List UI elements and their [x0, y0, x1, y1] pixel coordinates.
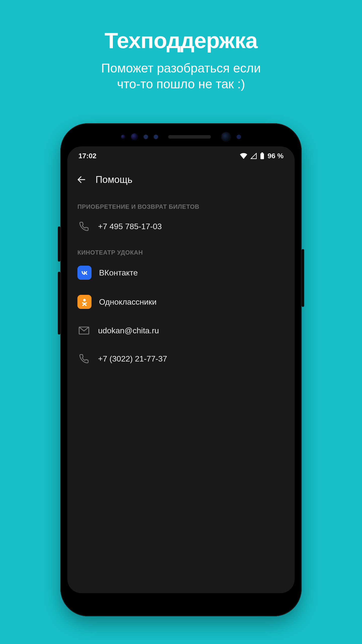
phone-row[interactable]: +7 (3022) 21-77-37	[77, 345, 285, 373]
phone-frame: 17:02 96 % Помощь	[60, 123, 302, 616]
phone-icon	[77, 352, 90, 365]
phone-side-button	[58, 226, 60, 262]
status-indicators: 96 %	[240, 152, 284, 160]
row-label: Одноклассники	[99, 297, 157, 307]
phone-top-hardware	[60, 132, 302, 142]
promo-title: Техподдержка	[0, 28, 362, 53]
page-title: Помощь	[96, 174, 132, 185]
row-label: +7 495 785-17-03	[98, 222, 162, 231]
section-cinema: КИНОТЕАТР УДОКАН ВКонтакте Одноклассники…	[67, 240, 295, 373]
phone-row[interactable]: +7 495 785-17-03	[77, 212, 285, 240]
section-label: ПРИОБРЕТЕНИЕ И ВОЗВРАТ БИЛЕТОВ	[77, 203, 285, 210]
promo-header: Техподдержка Поможет разобраться если чт…	[0, 28, 362, 92]
ok-row[interactable]: Одноклассники	[77, 287, 285, 316]
svg-rect-0	[261, 152, 263, 153]
section-tickets: ПРИОБРЕТЕНИЕ И ВОЗВРАТ БИЛЕТОВ +7 495 78…	[67, 195, 295, 240]
back-button[interactable]	[74, 173, 88, 187]
row-label: +7 (3022) 21-77-37	[98, 354, 167, 364]
status-time: 17:02	[78, 152, 97, 160]
battery-text: 96 %	[267, 152, 284, 160]
svg-point-3	[83, 299, 86, 301]
arrow-left-icon	[76, 175, 86, 185]
vk-icon	[77, 266, 92, 280]
email-row[interactable]: udokan@chita.ru	[77, 316, 285, 345]
promo-subtitle: Поможет разобраться если что-то пошло не…	[0, 60, 362, 92]
battery-icon	[260, 152, 264, 159]
status-bar: 17:02 96 %	[67, 146, 295, 166]
section-label: КИНОТЕАТР УДОКАН	[77, 249, 285, 256]
wifi-icon	[240, 153, 247, 159]
email-icon	[77, 324, 90, 337]
phone-side-button	[302, 249, 304, 307]
promo-subtitle-line1: Поможет разобраться если	[101, 61, 261, 75]
cellular-icon	[250, 153, 257, 159]
vk-row[interactable]: ВКонтакте	[77, 258, 285, 287]
app-header: Помощь	[67, 166, 295, 195]
row-label: udokan@chita.ru	[98, 326, 159, 335]
svg-rect-1	[260, 153, 264, 159]
phone-side-button	[58, 272, 60, 335]
row-label: ВКонтакте	[99, 268, 138, 277]
phone-icon	[77, 220, 90, 233]
ok-icon	[77, 295, 92, 309]
phone-screen: 17:02 96 % Помощь	[67, 146, 295, 593]
promo-subtitle-line2: что-то пошло не так :)	[117, 77, 245, 91]
